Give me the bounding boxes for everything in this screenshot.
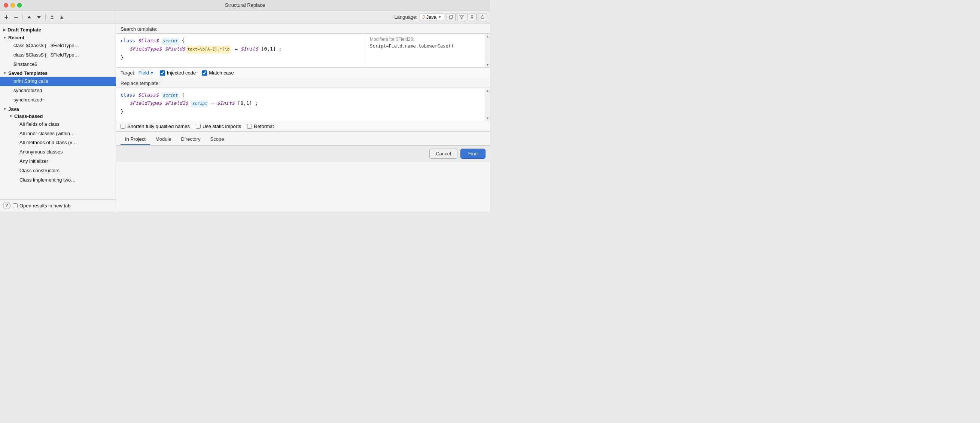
injected-code-option[interactable]: Injected code <box>160 70 196 76</box>
move-up-button[interactable] <box>25 13 33 21</box>
replace-field2-script-badge: script <box>191 100 208 107</box>
maximize-button[interactable] <box>17 3 22 8</box>
replace-brace-open: { <box>181 91 185 99</box>
list-item[interactable]: print String calls <box>0 77 116 86</box>
import-button[interactable] <box>58 13 66 21</box>
replace-scroll-down[interactable]: ▼ <box>485 116 490 121</box>
tab-module[interactable]: Module <box>151 134 176 145</box>
list-item[interactable]: All fields of a class <box>0 120 116 129</box>
open-results-label: Open results in new tab <box>19 203 71 208</box>
saved-chevron: ▼ <box>3 71 7 75</box>
language-selector[interactable]: J Java ▼ <box>420 13 444 21</box>
export-button[interactable] <box>48 13 56 21</box>
var-field: $Field$ <box>165 45 185 53</box>
draft-template-label[interactable]: ▶ Draft Template <box>0 25 116 33</box>
equals: = <box>235 45 238 53</box>
var-class: $Class$ <box>138 37 159 45</box>
replace-var-fieldtype: $FieldType$ <box>129 99 162 107</box>
options-bar: Target: Field ▼ Injected code Match case <box>116 68 490 78</box>
list-item[interactable]: Class implementing two… <box>0 176 116 185</box>
replace-scrollbar[interactable]: ▲ ▼ <box>485 88 490 121</box>
list-item[interactable]: Anonymous classes <box>0 148 116 157</box>
tab-in-project[interactable]: In Project <box>121 134 150 145</box>
recent-group[interactable]: ▼ Recent <box>0 33 116 41</box>
copy-button[interactable] <box>447 13 455 21</box>
list-item[interactable]: synchronized~ <box>0 95 116 105</box>
separator-2 <box>45 14 46 20</box>
draft-chevron: ▶ <box>3 28 6 32</box>
shorten-names-option[interactable]: Shorten fully qualified names <box>121 124 190 129</box>
list-item[interactable]: All inner classes (within… <box>0 129 116 138</box>
target-label: Target: <box>121 70 135 76</box>
search-template-editor[interactable]: class $Class$ script { $FieldType$ $Fiel… <box>116 34 365 67</box>
add-template-button[interactable] <box>2 13 11 21</box>
scroll-up-arrow[interactable]: ▲ <box>485 34 490 39</box>
list-item[interactable]: All methods of a class (v… <box>0 138 116 148</box>
code-line-1: class $Class$ script { <box>121 37 361 45</box>
replace-code-line-1: class $Class$ script { <box>121 91 480 99</box>
minimize-button[interactable] <box>11 3 15 8</box>
saved-templates-group[interactable]: ▼ Saved Templates <box>0 69 116 77</box>
list-item[interactable]: $Instance$ <box>0 60 116 69</box>
replace-range: [0,1] <box>237 99 252 107</box>
java-group[interactable]: ▼ Java <box>0 105 116 113</box>
filter-button[interactable] <box>457 13 466 21</box>
cancel-button[interactable]: Cancel <box>430 149 457 159</box>
move-down-button[interactable] <box>35 13 43 21</box>
code-line-2: $FieldType$ $Field$ text=\b[A-Z].*?\b = … <box>121 45 361 54</box>
find-button[interactable]: Find <box>460 149 485 159</box>
tab-scope[interactable]: Scope <box>206 134 229 145</box>
java-icon: J <box>422 14 425 20</box>
list-item[interactable]: Class constructors <box>0 166 116 176</box>
replace-var-field2: $Field2$ <box>165 99 188 107</box>
language-value: Java <box>426 14 436 20</box>
search-section-label: Search template: <box>116 24 490 33</box>
shorten-names-checkbox[interactable] <box>121 124 126 129</box>
static-imports-checkbox[interactable] <box>196 124 200 129</box>
pin-button[interactable] <box>468 13 477 21</box>
title-bar: Structural Replace <box>0 0 490 11</box>
modifiers-panel: Modifiers for $Field2$: Script=Field.nam… <box>365 34 485 67</box>
svg-marker-4 <box>37 16 41 19</box>
script-badge: script <box>162 38 179 45</box>
right-header: Language: J Java ▼ <box>116 11 490 24</box>
reformat-checkbox[interactable] <box>247 124 252 129</box>
static-imports-option[interactable]: Use static imports <box>196 124 241 129</box>
scope-bar: In Project Module Directory Scope <box>116 132 490 145</box>
brace-open: { <box>181 37 185 45</box>
remove-template-button[interactable] <box>12 13 20 21</box>
header-action-buttons <box>447 13 487 21</box>
replace-var-init: $Init$ <box>217 99 235 107</box>
list-item[interactable]: class $Class$ { $FieldType… <box>0 41 116 51</box>
scrollbar-track[interactable] <box>485 39 490 62</box>
replace-scrollbar-track[interactable] <box>485 93 490 116</box>
keyword-class: class <box>121 37 135 45</box>
target-dropdown[interactable]: Field ▼ <box>138 70 154 76</box>
refresh-button[interactable] <box>478 13 487 21</box>
injected-code-checkbox[interactable] <box>160 70 165 76</box>
replace-scroll-up[interactable]: ▲ <box>485 88 490 93</box>
search-scrollbar[interactable]: ▲ ▼ <box>485 34 490 67</box>
list-item[interactable]: synchronized <box>0 86 116 95</box>
list-item[interactable]: Any initializer <box>0 157 116 166</box>
match-case-label: Match case <box>209 70 234 76</box>
match-case-option[interactable]: Match case <box>202 70 234 76</box>
recent-label: Recent <box>8 35 24 40</box>
class-based-group[interactable]: ▼ Class-based <box>0 113 116 120</box>
close-button[interactable] <box>4 3 8 8</box>
open-results-checkbox-row[interactable]: Open results in new tab <box>13 203 71 208</box>
tab-directory[interactable]: Directory <box>177 134 205 145</box>
replace-options-bar: Shorten fully qualified names Use static… <box>116 121 490 132</box>
sidebar-toolbar <box>0 11 116 24</box>
regex-badge: text=\b[A-Z].*?\b <box>186 46 231 54</box>
list-item[interactable]: class $Class$ { $FieldType… <box>0 51 116 60</box>
match-case-checkbox[interactable] <box>202 70 207 76</box>
open-results-checkbox[interactable] <box>13 203 18 208</box>
reformat-option[interactable]: Reformat <box>247 124 274 129</box>
scroll-down-arrow[interactable]: ▼ <box>485 62 490 67</box>
replace-brace-close: } <box>121 107 124 116</box>
help-button[interactable]: ? <box>3 202 11 209</box>
main-content: ▶ Draft Template ▼ Recent class $Class$ … <box>0 11 490 212</box>
replace-template-editor[interactable]: class $Class$ script { $FieldType$ $Fiel… <box>116 88 485 121</box>
sidebar: ▶ Draft Template ▼ Recent class $Class$ … <box>0 11 116 212</box>
